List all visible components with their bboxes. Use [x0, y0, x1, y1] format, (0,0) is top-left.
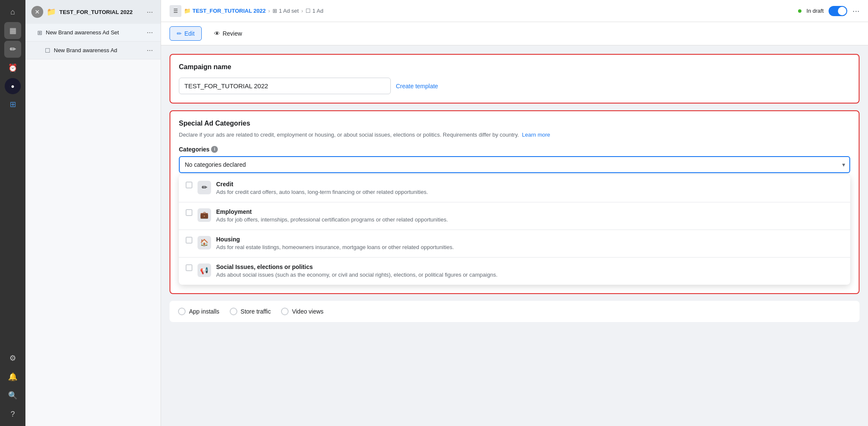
employment-name: Employment	[216, 208, 448, 215]
store-traffic-label: Store traffic	[241, 308, 271, 315]
social-desc: Ads about social issues (such as the eco…	[216, 271, 498, 279]
housing-icon: 🏠	[198, 236, 211, 249]
main-content: ☰ 📁 TEST_FOR_TUTORIAL 2022 › ⊞ 1 Ad set …	[161, 0, 868, 426]
top-bar-more-button[interactable]: ···	[852, 6, 860, 16]
store-traffic-option[interactable]: Store traffic	[230, 308, 271, 315]
campaign-tree-panel: ✕ 📁 TEST_FOR_TUTORIAL 2022 ··· ⊞ New Bra…	[25, 0, 161, 426]
sidebar: ⌂ ▦ ✏ ⏰ ● ⊞ ⚙ 🔔 🔍 ?	[0, 0, 25, 426]
grid-icon[interactable]: ⊞	[4, 96, 21, 113]
video-views-radio[interactable]	[281, 308, 289, 315]
employment-checkbox[interactable]	[186, 209, 192, 216]
video-views-option[interactable]: Video views	[281, 308, 323, 315]
avatar[interactable]: ●	[5, 78, 21, 94]
help-icon[interactable]: ?	[4, 406, 21, 423]
special-ad-categories-card: Special Ad Categories Declare if your ad…	[170, 110, 860, 294]
status-dot	[798, 9, 801, 13]
learn-more-link[interactable]: Learn more	[522, 132, 550, 138]
create-template-link[interactable]: Create template	[396, 83, 438, 90]
edit-button[interactable]: ✏ Edit	[170, 26, 202, 41]
breadcrumb-sep-1: ›	[268, 8, 270, 14]
adset-icon-sm: ⊞	[273, 8, 277, 14]
store-traffic-radio[interactable]	[230, 308, 237, 315]
housing-checkbox[interactable]	[186, 237, 192, 244]
toggle-panel-button[interactable]: ☰	[170, 5, 181, 17]
employment-icon: 💼	[198, 208, 211, 222]
categories-select-wrapper[interactable]: No categories declared ▾	[179, 156, 850, 173]
breadcrumb: ☰ 📁 TEST_FOR_TUTORIAL 2022 › ⊞ 1 Ad set …	[170, 5, 323, 17]
home-icon[interactable]: ⌂	[4, 3, 21, 20]
app-installs-label: App installs	[189, 308, 220, 315]
ad-icon: ☐	[45, 47, 50, 54]
category-social-item[interactable]: 📢 Social Issues, elections or politics A…	[179, 258, 850, 285]
ad-label: New Brand awareness Ad	[54, 47, 117, 53]
tree-campaign-name: TEST_FOR_TUTORIAL 2022	[59, 9, 133, 15]
adset-label: New Brand awareness Ad Set	[46, 29, 119, 36]
folder-icon: 📁	[47, 7, 56, 17]
categories-label: Categories i	[179, 146, 850, 153]
campaign-name-card: Campaign name Create template	[170, 54, 860, 104]
edit-icon[interactable]: ✏	[4, 41, 21, 58]
review-button[interactable]: 👁 Review	[207, 26, 249, 41]
categories-info-icon: i	[211, 146, 218, 153]
social-icon: 📢	[198, 263, 211, 277]
status-text: In draft	[807, 8, 823, 14]
category-credit-item[interactable]: ✏ Credit Ads for credit card offers, aut…	[179, 175, 850, 202]
adset-more-button[interactable]: ···	[145, 28, 155, 37]
credit-checkbox[interactable]	[186, 182, 192, 188]
eye-icon: 👁	[214, 30, 220, 37]
clock-icon[interactable]: ⏰	[4, 59, 21, 76]
bottom-options: App installs Store traffic Video views	[170, 301, 860, 322]
adset-icon: ⊞	[37, 29, 42, 36]
chart-icon[interactable]: ▦	[4, 22, 21, 39]
credit-desc: Ads for credit card offers, auto loans, …	[216, 188, 428, 196]
ad-icon-sm: ☐	[306, 8, 311, 14]
action-bar: ✏ Edit 👁 Review	[161, 22, 868, 45]
breadcrumb-sep-2: ›	[301, 8, 303, 14]
app-installs-option[interactable]: App installs	[178, 308, 220, 315]
category-employment-item[interactable]: 💼 Employment Ads for job offers, interns…	[179, 202, 850, 230]
settings-icon[interactable]: ⚙	[4, 350, 21, 367]
close-button[interactable]: ✕	[31, 6, 43, 18]
categories-select[interactable]: No categories declared	[179, 156, 850, 173]
category-housing-item[interactable]: 🏠 Housing Ads for real estate listings, …	[179, 230, 850, 258]
housing-desc: Ads for real estate listings, homeowners…	[216, 244, 454, 251]
scroll-area[interactable]: Campaign name Create template Special Ad…	[161, 45, 868, 426]
bell-icon[interactable]: 🔔	[4, 368, 21, 385]
folder-icon-sm: 📁	[184, 8, 191, 14]
app-installs-radio[interactable]	[178, 308, 186, 315]
housing-name: Housing	[216, 236, 454, 243]
tree-item-ad[interactable]: ☐ New Brand awareness Ad ···	[25, 42, 161, 59]
campaign-name-title: Campaign name	[179, 63, 850, 71]
top-bar-right: In draft ···	[798, 6, 860, 16]
breadcrumb-campaign[interactable]: 📁 TEST_FOR_TUTORIAL 2022	[184, 8, 266, 14]
social-checkbox[interactable]	[186, 264, 192, 271]
special-ad-categories-desc: Declare if your ads are related to credi…	[179, 131, 850, 139]
campaign-name-input[interactable]	[179, 78, 391, 94]
credit-icon: ✏	[198, 181, 211, 194]
top-bar: ☰ 📁 TEST_FOR_TUTORIAL 2022 › ⊞ 1 Ad set …	[161, 0, 868, 22]
tree-header: ✕ 📁 TEST_FOR_TUTORIAL 2022 ···	[25, 0, 161, 24]
categories-dropdown-list: ✏ Credit Ads for credit card offers, aut…	[179, 175, 850, 285]
search-icon[interactable]: 🔍	[4, 387, 21, 404]
ad-more-button[interactable]: ···	[145, 46, 155, 55]
tree-item-adset[interactable]: ⊞ New Brand awareness Ad Set ···	[25, 24, 161, 42]
credit-name: Credit	[216, 181, 428, 188]
breadcrumb-ad[interactable]: ☐ 1 Ad	[306, 8, 323, 14]
special-ad-categories-title: Special Ad Categories	[179, 120, 850, 127]
breadcrumb-adset[interactable]: ⊞ 1 Ad set	[273, 8, 299, 14]
edit-pencil-icon: ✏	[177, 30, 182, 37]
video-views-label: Video views	[292, 308, 323, 315]
social-name: Social Issues, elections or politics	[216, 263, 498, 270]
employment-desc: Ads for job offers, internships, profess…	[216, 216, 448, 224]
tree-header-more-button[interactable]: ···	[145, 8, 155, 17]
draft-toggle[interactable]	[829, 6, 847, 16]
